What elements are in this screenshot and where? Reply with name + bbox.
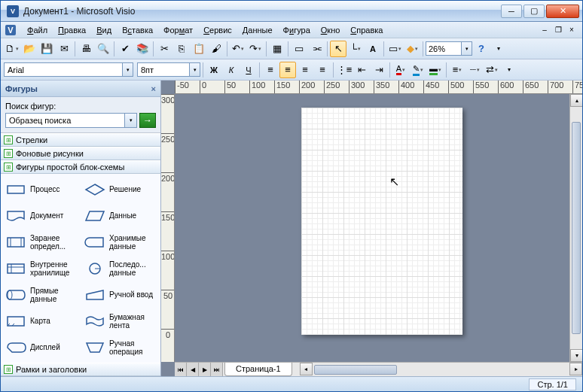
menu-файл[interactable]: Файл bbox=[22, 24, 53, 36]
search-go-button[interactable]: → bbox=[139, 113, 156, 128]
hscroll-thumb[interactable] bbox=[314, 365, 397, 375]
category-Фигуры простой блок-схемы[interactable]: ⊞Фигуры простой блок-схемы bbox=[1, 160, 160, 174]
font-color-button[interactable]: A bbox=[392, 62, 409, 78]
research-button[interactable]: 📚 bbox=[134, 41, 151, 57]
undo-button[interactable]: ↶ bbox=[230, 41, 246, 57]
menu-формат[interactable]: Формат bbox=[158, 24, 198, 36]
preview-button[interactable]: 🔍 bbox=[95, 41, 111, 57]
cut-button[interactable]: ✂ bbox=[156, 41, 172, 57]
category-Фоновые рисунки[interactable]: ⊞Фоновые рисунки bbox=[1, 147, 160, 160]
font-name-combo[interactable]: ▾ bbox=[4, 62, 133, 77]
sidebar-close-icon[interactable]: × bbox=[151, 84, 156, 93]
shape-6[interactable]: Внутренне хранилище bbox=[2, 256, 80, 281]
rotate-tool[interactable]: ◆ bbox=[404, 41, 420, 57]
drawing-page[interactable] bbox=[301, 108, 462, 335]
paste-button[interactable]: 📋 bbox=[191, 41, 207, 57]
indent-button[interactable]: ⇥ bbox=[371, 62, 387, 78]
font-name-dropdown[interactable]: ▾ bbox=[123, 62, 133, 77]
tab-last-icon[interactable]: ⏭ bbox=[211, 363, 223, 376]
shape-5[interactable]: Хранимые данные bbox=[81, 229, 159, 254]
zoom-combo[interactable]: ▾ bbox=[426, 41, 472, 56]
menu-фигура[interactable]: Фигура bbox=[278, 24, 316, 36]
redo-button[interactable]: ↷ bbox=[247, 41, 264, 57]
painter-button[interactable]: 🖌 bbox=[208, 41, 224, 57]
toolbar-options-2[interactable]: ▾ bbox=[501, 62, 517, 78]
underline-button[interactable]: Ч bbox=[240, 62, 257, 78]
shape-8[interactable]: Прямые данные bbox=[2, 282, 80, 307]
horizontal-scrollbar[interactable]: ◂ ▸ bbox=[300, 363, 582, 376]
text-tool[interactable]: A bbox=[365, 41, 381, 57]
stencil-button[interactable]: ▦ bbox=[269, 41, 285, 57]
drawing-canvas[interactable]: ↖ bbox=[175, 94, 569, 362]
email-button[interactable]: ✉ bbox=[56, 41, 72, 57]
scroll-left-button[interactable]: ◂ bbox=[300, 363, 313, 375]
italic-button[interactable]: К bbox=[223, 62, 240, 78]
connector-tool[interactable]: └ bbox=[347, 41, 364, 57]
shape-9[interactable]: Ручной ввод bbox=[81, 282, 159, 307]
shape-1[interactable]: Решение bbox=[81, 177, 159, 202]
new-button[interactable]: 🗋 bbox=[4, 41, 20, 57]
align-right-button[interactable]: ≡ bbox=[297, 62, 313, 78]
shape-2[interactable]: Документ bbox=[2, 203, 80, 228]
scroll-down-button[interactable]: ▾ bbox=[570, 349, 582, 362]
shape-0[interactable]: Процесс bbox=[2, 177, 80, 202]
shape-3[interactable]: Данные bbox=[81, 203, 159, 228]
help-button[interactable]: ? bbox=[473, 41, 490, 57]
toolbar-options[interactable]: ▾ bbox=[490, 41, 507, 57]
menu-сервис[interactable]: Сервис bbox=[198, 24, 237, 36]
shape-11[interactable]: Бумажная лента bbox=[81, 308, 159, 333]
page-tab[interactable]: Страница-1 bbox=[224, 363, 292, 376]
justify-button[interactable]: ≡ bbox=[314, 62, 331, 78]
font-size-dropdown[interactable]: ▾ bbox=[190, 62, 200, 77]
shapes-window-button[interactable]: ▭ bbox=[291, 41, 307, 57]
font-size-combo[interactable]: ▾ bbox=[137, 62, 200, 77]
fill-color-button[interactable]: ▬ bbox=[427, 62, 444, 78]
pointer-tool[interactable]: ↖ bbox=[330, 41, 346, 57]
spellcheck-button[interactable]: ✔ bbox=[117, 41, 133, 57]
align-left-button[interactable]: ≡ bbox=[262, 62, 279, 78]
bold-button[interactable]: Ж bbox=[206, 62, 222, 78]
align-center-button[interactable]: ≡ bbox=[279, 62, 296, 78]
doc-minimize[interactable]: – bbox=[539, 25, 551, 35]
zoom-input[interactable] bbox=[426, 41, 462, 56]
menu-вид[interactable]: Вид bbox=[91, 24, 117, 36]
menu-окно[interactable]: Окно bbox=[316, 24, 346, 36]
line-color-button[interactable]: ✎ bbox=[410, 62, 426, 78]
copy-button[interactable]: ⎘ bbox=[173, 41, 190, 57]
close-button[interactable]: ✕ bbox=[546, 5, 579, 18]
minimize-button[interactable]: ─ bbox=[501, 5, 522, 18]
vscroll-thumb[interactable] bbox=[572, 122, 581, 334]
category-Стрелки[interactable]: ⊞Стрелки bbox=[1, 133, 160, 147]
font-name-input[interactable] bbox=[4, 62, 123, 77]
line-pattern-button[interactable]: ┈ bbox=[466, 62, 483, 78]
maximize-button[interactable]: ▢ bbox=[523, 5, 545, 18]
print-button[interactable]: 🖶 bbox=[78, 41, 94, 57]
doc-close[interactable]: × bbox=[566, 25, 578, 35]
menu-правка[interactable]: Правка bbox=[53, 24, 91, 36]
zoom-dropdown[interactable]: ▾ bbox=[462, 41, 472, 56]
shape-13[interactable]: Ручная операция bbox=[81, 335, 159, 360]
outdent-button[interactable]: ⇤ bbox=[353, 62, 370, 78]
tab-next-icon[interactable]: ▶ bbox=[199, 363, 211, 376]
doc-restore[interactable]: ❐ bbox=[552, 25, 564, 35]
open-button[interactable]: 📂 bbox=[21, 41, 38, 57]
menu-вставка[interactable]: Вставка bbox=[117, 24, 158, 36]
rectangle-tool[interactable]: ▭ bbox=[386, 41, 403, 57]
font-size-input[interactable] bbox=[137, 62, 190, 77]
search-input[interactable] bbox=[5, 113, 125, 128]
menu-данные[interactable]: Данные bbox=[237, 24, 278, 36]
bullets-button[interactable]: ⋮≡ bbox=[336, 62, 353, 78]
shape-10[interactable]: Карта bbox=[2, 308, 80, 333]
line-ends-button[interactable]: ⇄ bbox=[484, 62, 500, 78]
shape-4[interactable]: Заранее определ... bbox=[2, 229, 80, 254]
vertical-scrollbar[interactable]: ▴ ▾ bbox=[569, 94, 582, 362]
search-dropdown[interactable]: ▾ bbox=[125, 113, 137, 128]
connect-button[interactable]: ⫘ bbox=[308, 41, 325, 57]
category-Рамки и заголовки[interactable]: ⊞Рамки и заголовки bbox=[1, 363, 160, 376]
scroll-up-button[interactable]: ▴ bbox=[570, 94, 582, 107]
tab-first-icon[interactable]: ⏮ bbox=[175, 363, 187, 376]
save-button[interactable]: 💾 bbox=[38, 41, 55, 57]
scroll-right-button[interactable]: ▸ bbox=[569, 363, 582, 375]
line-weight-button[interactable]: ≡ bbox=[449, 62, 465, 78]
shape-12[interactable]: Дисплей bbox=[2, 335, 80, 360]
